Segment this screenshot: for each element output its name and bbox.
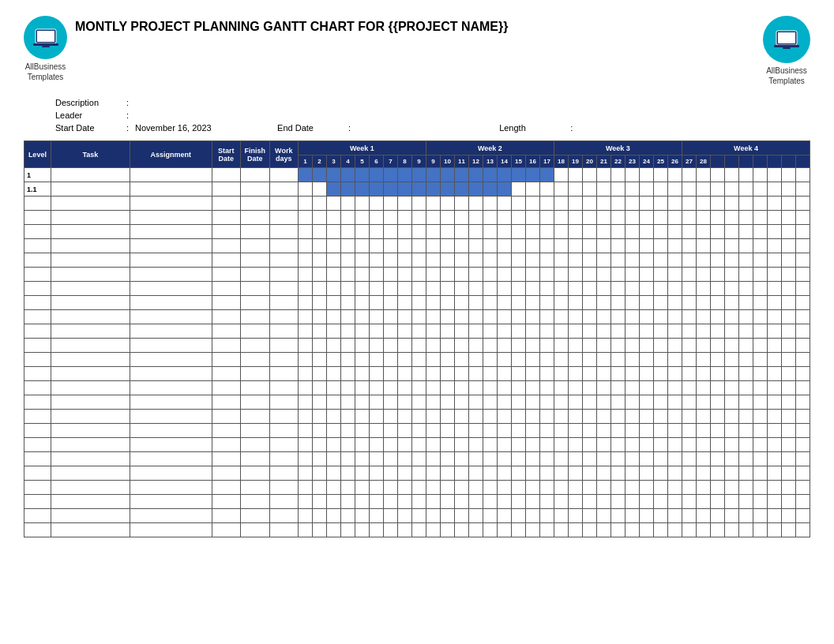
cell-start — [212, 523, 240, 537]
cell-day-24 — [625, 239, 639, 253]
cell-day-12 — [454, 481, 468, 495]
cell-work — [269, 339, 298, 353]
cell-day-11 — [440, 282, 454, 296]
cell-finish — [240, 466, 269, 481]
cell-day-31 — [724, 466, 738, 481]
cell-day-5 — [355, 310, 369, 324]
cell-day-6 — [369, 438, 383, 452]
cell-day-9 — [411, 424, 426, 438]
cell-day-6 — [369, 211, 383, 225]
col-header-task: Task — [51, 141, 130, 168]
cell-assignment — [130, 381, 212, 395]
cell-day-30 — [710, 225, 724, 239]
cell-start — [212, 239, 240, 253]
cell-finish — [240, 339, 269, 353]
cell-day-27 — [667, 395, 682, 410]
day-12: 11 — [454, 155, 468, 168]
cell-day-17 — [525, 282, 539, 296]
cell-day-2 — [312, 253, 326, 268]
cell-day-26 — [653, 438, 667, 452]
cell-day-29 — [696, 367, 710, 381]
cell-day-7 — [383, 282, 397, 296]
cell-day-19 — [554, 466, 568, 481]
table-row — [24, 410, 810, 424]
cell-day-17 — [525, 310, 539, 324]
cell-day-24 — [625, 381, 639, 395]
cell-day-1 — [298, 339, 312, 353]
cell-day-6 — [369, 452, 383, 466]
cell-day-36 — [795, 523, 810, 537]
cell-day-16 — [511, 495, 525, 509]
cell-day-33 — [753, 182, 767, 197]
cell-day-32 — [738, 282, 753, 296]
cell-day-25 — [639, 253, 653, 268]
cell-day-22 — [596, 310, 610, 324]
cell-day-24 — [625, 523, 639, 537]
cell-day-8 — [397, 410, 411, 424]
day-10: 9 — [426, 155, 440, 168]
cell-day-9 — [411, 282, 426, 296]
cell-day-10 — [426, 381, 440, 395]
cell-day-19 — [554, 495, 568, 509]
cell-day-27 — [667, 282, 682, 296]
cell-day-29 — [696, 466, 710, 481]
cell-day-26 — [653, 452, 667, 466]
cell-day-7 — [383, 481, 397, 495]
cell-day-14 — [483, 523, 497, 537]
cell-day-27 — [667, 466, 682, 481]
cell-day-4 — [340, 225, 355, 239]
cell-day-28 — [682, 381, 696, 395]
cell-day-30 — [710, 268, 724, 282]
cell-day-9 — [411, 353, 426, 367]
cell-day-5 — [355, 253, 369, 268]
cell-day-1 — [298, 296, 312, 310]
cell-day-3 — [326, 495, 340, 509]
cell-day-10 — [426, 424, 440, 438]
cell-day-9 — [411, 509, 426, 523]
cell-day-8 — [397, 211, 411, 225]
cell-day-32 — [738, 296, 753, 310]
cell-day-17 — [525, 268, 539, 282]
cell-day-32 — [738, 495, 753, 509]
cell-day-23 — [610, 310, 625, 324]
cell-day-34 — [767, 211, 781, 225]
cell-day-14 — [483, 296, 497, 310]
description-colon: : — [126, 98, 129, 107]
cell-day-19 — [554, 424, 568, 438]
cell-day-11 — [440, 481, 454, 495]
cell-day-6 — [369, 495, 383, 509]
cell-day-3 — [326, 225, 340, 239]
cell-task — [51, 339, 130, 353]
cell-day-5 — [355, 339, 369, 353]
cell-day-7 — [383, 211, 397, 225]
col-header-level: Level — [24, 141, 51, 168]
cell-day-36 — [795, 282, 810, 296]
cell-day-35 — [781, 211, 795, 225]
cell-day-17 — [525, 466, 539, 481]
cell-day-34 — [767, 395, 781, 410]
cell-day-18 — [539, 395, 554, 410]
cell-day-27 — [667, 339, 682, 353]
cell-day-17 — [525, 438, 539, 452]
cell-day-12 — [454, 367, 468, 381]
cell-day-8 — [397, 324, 411, 339]
cell-day-23 — [610, 282, 625, 296]
header-left: AllBusiness Templates MONTLY PROJECT PLA… — [24, 16, 508, 82]
cell-day-8 — [397, 495, 411, 509]
cell-day-33 — [753, 268, 767, 282]
cell-day-26 — [653, 168, 667, 182]
cell-assignment — [130, 438, 212, 452]
cell-day-4 — [340, 367, 355, 381]
cell-day-20 — [568, 296, 582, 310]
cell-day-6 — [369, 239, 383, 253]
day-23: 22 — [610, 155, 625, 168]
cell-day-23 — [610, 481, 625, 495]
cell-start — [212, 381, 240, 395]
cell-day-17 — [525, 225, 539, 239]
cell-day-26 — [653, 225, 667, 239]
cell-assignment — [130, 509, 212, 523]
cell-day-35 — [781, 310, 795, 324]
cell-day-21 — [582, 495, 596, 509]
cell-day-3 — [326, 197, 340, 211]
cell-day-35 — [781, 296, 795, 310]
